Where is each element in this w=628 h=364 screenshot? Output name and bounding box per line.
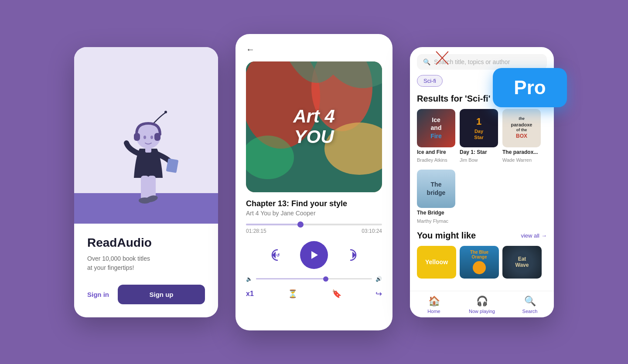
progress-bar[interactable]	[246, 224, 382, 225]
svg-rect-6	[145, 147, 151, 153]
nav-search[interactable]: 🔍 Search	[506, 296, 554, 314]
card3-wrapper: Pro 🔍 Search title, topics or author Sci…	[410, 47, 554, 317]
book-title-bridge: The Bridge	[417, 210, 455, 217]
progress-thumb	[297, 221, 304, 228]
pro-label: Pro	[514, 77, 546, 99]
recommendations-books: Yelloow The Blue Orange	[417, 246, 547, 279]
headphones-icon: 🎧	[476, 296, 488, 307]
character-illustration	[102, 110, 190, 224]
book-author-bridge: Marthy Flymac	[417, 218, 455, 224]
timer-button[interactable]: ⏳	[288, 289, 297, 299]
book-info: Art 4 You by Jane Cooper	[246, 210, 382, 217]
signup-button[interactable]: Sign up	[118, 285, 205, 304]
svg-marker-20	[311, 251, 318, 259]
books-grid: IceandFire Ice and Fire Bradley Atkins 1…	[417, 109, 547, 163]
view-all-recommendations[interactable]: view all →	[521, 232, 547, 239]
app-name: ReadAudio	[87, 236, 205, 250]
home-label: Home	[427, 309, 440, 314]
nav-home[interactable]: 🏠 Home	[410, 296, 458, 314]
buttons: Sign in Sign up	[87, 285, 205, 304]
book-author-ice-fire: Bradley Atkins	[417, 157, 455, 163]
bottom-area: ReadAudio Over 10,000 book titlesat your…	[74, 224, 218, 317]
rec-book-yellow[interactable]: Yelloow	[417, 246, 456, 279]
bookmark-button[interactable]: 🔖	[332, 289, 341, 299]
volume-track[interactable]	[256, 278, 372, 279]
now-playing-label: Now playing	[469, 309, 495, 314]
book-author-day-star: Jim Bow	[460, 157, 498, 163]
pro-badge[interactable]: Pro	[493, 68, 567, 107]
svg-point-0	[164, 111, 167, 113]
svg-text:↺: ↺	[276, 253, 280, 258]
album-art: Art 4 YOU	[246, 61, 382, 192]
forward-button[interactable]	[344, 248, 358, 262]
back-button[interactable]: ←	[246, 44, 258, 54]
svg-point-4	[143, 136, 146, 139]
rec-cover-eat: EatWave	[502, 246, 542, 279]
nav-now-playing[interactable]: 🎧 Now playing	[458, 296, 506, 314]
player-footer: x1 ⏳ 🔖 ↪	[246, 289, 382, 299]
progress-fill	[246, 224, 300, 225]
play-button[interactable]	[300, 241, 328, 269]
time-current: 01:28:15	[246, 228, 266, 234]
results-title: Results for 'Sci-fi'	[417, 94, 490, 104]
book-item-day-star[interactable]: 1 Day Star Day 1: Star Jim Bow	[460, 109, 498, 163]
svg-rect-7	[166, 158, 179, 173]
home-icon: 🏠	[428, 296, 440, 307]
share-button[interactable]: ↪	[375, 289, 382, 299]
book-cover-paradox: the paradoxe of the BOX	[502, 109, 541, 147]
book-item-bridge[interactable]: The bridge The Bridge Marthy Flymac	[417, 170, 455, 224]
recommendations-header: You might like view all →	[417, 231, 547, 241]
volume-low-icon: 🔈	[246, 276, 253, 282]
album-art-background: Art 4 YOU	[246, 61, 382, 192]
search-label: Search	[522, 309, 538, 314]
book-title-day-star: Day 1: Star	[460, 149, 498, 156]
player-controls: ↺	[246, 241, 382, 269]
svg-rect-3	[154, 133, 160, 141]
cards-wrapper: ReadAudio Over 10,000 book titlesat your…	[74, 34, 554, 330]
album-title: Art 4 YOU	[293, 106, 335, 146]
book-cover-ice-fire: IceandFire	[417, 109, 455, 147]
svg-point-5	[150, 136, 153, 139]
figure-container	[102, 110, 190, 224]
volume-fill	[256, 278, 326, 279]
book-author-paradox: Wade Warren	[502, 157, 541, 163]
tagline: Over 10,000 book titlesat your fingertip…	[87, 254, 205, 272]
book-cover-bridge: The bridge	[417, 170, 455, 208]
svg-rect-8	[141, 176, 149, 200]
rec-cover-blue-orange: The Blue Orange	[460, 246, 499, 279]
progress-section: 01:28:15 03:10:24	[246, 224, 382, 234]
rec-book-blue-orange[interactable]: The Blue Orange	[460, 246, 499, 279]
chapter-title: Chapter 13: Find your style	[246, 199, 382, 208]
rec-book-eat[interactable]: EatWave	[502, 246, 542, 279]
svg-rect-2	[134, 133, 140, 141]
volume-high-icon: 🔊	[375, 276, 382, 282]
volume-thumb	[323, 276, 328, 282]
card-player: ← Art 4 YOU	[236, 34, 392, 330]
book-cover-day-star: 1 Day Star	[460, 109, 498, 147]
illustration-area	[74, 47, 218, 224]
recommendations-title: You might like	[417, 231, 476, 241]
speed-label[interactable]: x1	[246, 290, 254, 298]
card-readaudio: ReadAudio Over 10,000 book titlesat your…	[74, 47, 218, 317]
progress-times: 01:28:15 03:10:24	[246, 228, 382, 234]
book-item-paradox[interactable]: the paradoxe of the BOX	[502, 109, 541, 163]
signin-button[interactable]: Sign in	[87, 291, 109, 298]
rec-cover-yellow: Yelloow	[417, 246, 456, 279]
book-item-ice-fire[interactable]: IceandFire Ice and Fire Bradley Atkins	[417, 109, 455, 163]
browse-nav: 🏠 Home 🎧 Now playing 🔍 Search	[410, 291, 554, 317]
time-total: 03:10:24	[362, 228, 382, 234]
book-title-ice-fire: Ice and Fire	[417, 149, 455, 156]
volume-bar: 🔈 🔊	[246, 276, 382, 282]
books-grid-row2: The bridge The Bridge Marthy Flymac	[417, 170, 547, 224]
book-title-paradox: The paradox...	[502, 149, 541, 156]
player-info: Chapter 13: Find your style Art 4 You by…	[246, 199, 382, 217]
search-nav-icon: 🔍	[524, 296, 536, 307]
rewind-button[interactable]: ↺	[270, 248, 284, 262]
